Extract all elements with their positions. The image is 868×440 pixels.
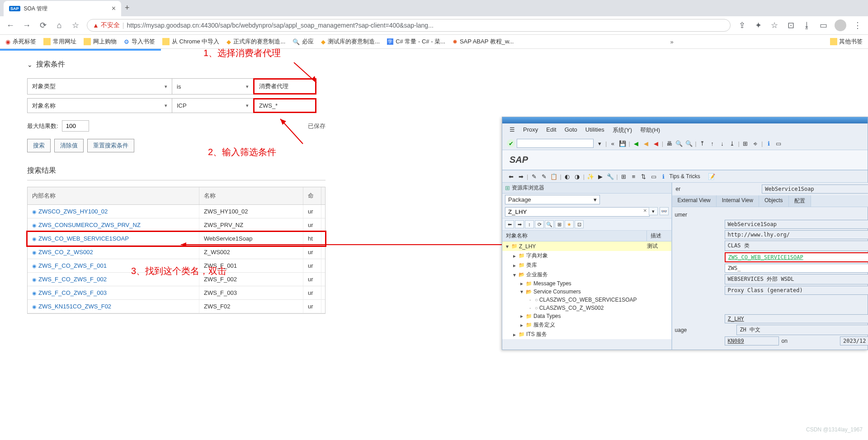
reader-icon[interactable]: ▭: [818, 20, 828, 30]
tips-label[interactable]: Tips & Tricks: [670, 173, 700, 180]
object-type-select[interactable]: Package▾: [505, 195, 600, 204]
bookmark-item[interactable]: 网上购物: [84, 38, 117, 46]
bookmark-item[interactable]: 🔍必应: [292, 38, 314, 46]
display-icon[interactable]: ✎: [530, 172, 538, 180]
layout-icon[interactable]: ▭: [774, 139, 783, 147]
value-input[interactable]: ZWS_*: [253, 98, 316, 113]
tab-objects[interactable]: Objects: [759, 195, 789, 207]
nav-fwd-icon[interactable]: ➡: [517, 172, 525, 180]
menu-item[interactable]: Goto: [565, 126, 577, 134]
address-bar[interactable]: ▲ 不安全 | https://mysap.goodsap.cn:44300/s…: [87, 19, 731, 32]
first-page-icon[interactable]: ⤒: [698, 139, 707, 147]
field-select[interactable]: 对象名称▾: [27, 98, 172, 113]
extensions-icon[interactable]: ⊡: [786, 20, 796, 30]
left-icon[interactable]: ⬅: [505, 220, 514, 228]
print-icon[interactable]: 🖶: [665, 139, 673, 147]
table-row[interactable]: ◉ZWS_KN151CO_ZWS_F02ZWS_F02ur: [28, 300, 325, 313]
fav-icon[interactable]: ★: [565, 220, 574, 228]
prop-package[interactable]: Z_LHY: [725, 314, 868, 323]
find-icon[interactable]: 🔍: [545, 220, 554, 228]
command-field[interactable]: [517, 139, 594, 148]
reset-button[interactable]: 重置搜索条件: [87, 139, 134, 152]
menu-icon[interactable]: ⋮: [853, 20, 863, 30]
tab-config[interactable]: 配置: [789, 195, 811, 207]
star-icon[interactable]: ☆: [71, 20, 80, 30]
column-header[interactable]: 名称: [199, 187, 303, 204]
bookmark-item[interactable]: ◆正式库的赛意制造...: [226, 38, 285, 46]
share-icon[interactable]: ⇪: [737, 20, 747, 30]
prop-user[interactable]: KN089: [725, 336, 779, 345]
object-tree[interactable]: ▾📁Z_LHY测试 ▸📁字典对象 ▸📁类库 ▾📂企业服务 ▸📁Message T…: [502, 241, 671, 339]
other-icon[interactable]: 📋: [550, 172, 558, 180]
new-tab-button[interactable]: +: [121, 0, 133, 16]
operator-select[interactable]: is▾: [172, 78, 253, 95]
detail-icon[interactable]: ▭: [650, 172, 658, 180]
help-icon[interactable]: ℹ: [764, 139, 773, 147]
prop-description[interactable]: Proxy Class (generated): [725, 286, 868, 295]
max-results-input[interactable]: [62, 120, 89, 132]
list-icon[interactable]: ≡: [630, 172, 638, 180]
last-page-icon[interactable]: ⤓: [728, 139, 736, 147]
wizard-icon[interactable]: 📝: [708, 172, 716, 180]
test-icon[interactable]: ▶: [596, 172, 604, 180]
browser-tab[interactable]: SAP SOA 管理 ×: [4, 1, 121, 16]
window-titlebar[interactable]: [502, 117, 868, 123]
save-icon[interactable]: 💾: [618, 139, 627, 147]
find-next-icon[interactable]: 🔍: [685, 139, 693, 147]
check-icon[interactable]: ◐: [563, 172, 571, 180]
table-row[interactable]: ◉ZWS_F_CO_ZWS_F_003ZWS_F_003ur: [28, 286, 325, 300]
table-row[interactable]: ◉ZWSCO_ZWS_HY100_02ZWS_HY100_02ur: [28, 205, 325, 218]
nav-back-icon[interactable]: ⬅: [507, 172, 515, 180]
reload-icon[interactable]: ⟳: [38, 20, 48, 30]
tab-external-view[interactable]: External View: [672, 195, 717, 207]
bookmark-item[interactable]: 从 Chrome 中导入: [162, 38, 219, 46]
prop-abap-name[interactable]: ZWS_CO_WEB_SERVICE1SOAP: [725, 252, 868, 262]
bookmark-item[interactable]: ⚙导入书签: [124, 38, 155, 46]
dropdown-icon[interactable]: ▾: [649, 207, 658, 215]
bookmark-item[interactable]: ✹SAP ABAP 教程_w...: [453, 38, 514, 46]
search-button[interactable]: 搜索: [27, 139, 51, 152]
bookmark-item[interactable]: 常用网址: [43, 38, 76, 46]
table-row[interactable]: ◉ZWS_F_CO_ZWS_F_002ZWS_F_002ur: [28, 273, 325, 286]
menu-icon[interactable]: ☰: [509, 126, 515, 134]
back-icon[interactable]: «: [609, 139, 617, 147]
wand-icon[interactable]: ✨: [586, 172, 594, 180]
back-icon[interactable]: ◀: [632, 139, 640, 147]
cancel-icon[interactable]: ◀: [652, 139, 660, 147]
shortcut-icon[interactable]: ⎆: [751, 139, 760, 147]
bookmark-icon[interactable]: ☆: [769, 20, 779, 30]
menu-item[interactable]: Utilities: [585, 126, 604, 134]
set-icon[interactable]: ⊡: [575, 220, 584, 228]
qr-icon[interactable]: ✦: [753, 20, 763, 30]
prev-page-icon[interactable]: ↑: [708, 139, 717, 147]
exit-icon[interactable]: ◀: [642, 139, 650, 147]
bookmark-item[interactable]: ◆测试库的赛意制造...: [321, 38, 380, 46]
display-icon[interactable]: 👓: [660, 207, 669, 215]
bookmark-item[interactable]: 学C# 常量 - C# - 菜...: [387, 38, 445, 46]
field-select[interactable]: 对象类型▾: [27, 78, 172, 95]
clear-icon[interactable]: ×: [643, 207, 647, 217]
change-icon[interactable]: ✎: [540, 172, 548, 180]
refresh-icon[interactable]: ⟳: [535, 220, 544, 228]
next-page-icon[interactable]: ↓: [718, 139, 726, 147]
hier-icon[interactable]: ⊞: [620, 172, 628, 180]
home-icon[interactable]: ⌂: [54, 21, 64, 30]
package-input[interactable]: [505, 207, 650, 217]
close-icon[interactable]: ×: [112, 5, 116, 13]
table-row[interactable]: ◉ZWS_CONSUMERCO_ZWS_PRV_NZZWS_PRV_NZur: [28, 218, 325, 232]
clear-button[interactable]: 清除值: [54, 139, 84, 152]
menu-item[interactable]: 系统(Y): [613, 126, 632, 134]
other-bookmarks[interactable]: 其他书签: [830, 38, 863, 46]
up-icon[interactable]: ↕: [525, 220, 534, 228]
find-icon[interactable]: 🔍: [675, 139, 683, 147]
column-header[interactable]: 命: [303, 187, 321, 204]
ok-icon[interactable]: ✔: [507, 139, 515, 147]
menu-item[interactable]: Proxy: [523, 126, 538, 134]
tab-internal-view[interactable]: Internal View: [717, 195, 759, 207]
sort-icon[interactable]: ⇅: [640, 172, 648, 180]
prop-prefix[interactable]: ZWS_: [725, 264, 868, 273]
where-icon[interactable]: 🔧: [606, 172, 614, 180]
menu-item[interactable]: 帮助(H): [640, 126, 660, 134]
profile-icon[interactable]: [835, 19, 846, 31]
right-icon[interactable]: ➡: [515, 220, 524, 228]
